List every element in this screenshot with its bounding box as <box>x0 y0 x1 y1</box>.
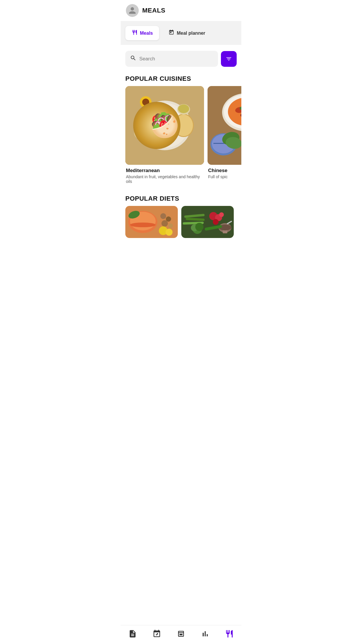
diet-image-2 <box>181 206 234 238</box>
main-content: POPULAR CUISINES <box>121 45 241 267</box>
svg-point-60 <box>213 219 219 225</box>
svg-point-18 <box>139 119 144 123</box>
search-input[interactable] <box>139 56 213 62</box>
tab-meals-label: Meals <box>140 31 153 36</box>
cuisine-name-chinese: Chinese <box>208 168 241 174</box>
search-bar <box>125 51 218 67</box>
cuisine-list: Mediterranean Abundant in fruit, vegetab… <box>121 86 241 190</box>
tab-meals[interactable]: Meals <box>125 26 159 40</box>
tab-meal-planner[interactable]: Meal planner <box>162 26 212 40</box>
svg-point-52 <box>166 229 173 236</box>
svg-point-7 <box>157 111 164 117</box>
svg-point-15 <box>178 104 189 113</box>
svg-point-12 <box>134 125 152 140</box>
diet-card-2[interactable] <box>181 206 234 238</box>
svg-point-22 <box>170 129 175 134</box>
user-icon <box>128 6 136 15</box>
svg-rect-4 <box>156 108 164 144</box>
svg-point-13 <box>135 126 150 138</box>
filter-icon <box>226 56 232 62</box>
svg-point-46 <box>130 223 156 227</box>
mediterranean-food-visual <box>125 86 204 165</box>
svg-rect-3 <box>150 110 161 144</box>
svg-point-20 <box>143 122 146 126</box>
diet-image-1 <box>125 206 178 238</box>
diet-card-1[interactable] <box>125 206 178 238</box>
search-icon <box>130 55 136 63</box>
popular-diets-title: POPULAR DIETS <box>121 190 241 206</box>
cuisine-name-mediterranean: Mediterranean <box>125 168 204 174</box>
svg-point-49 <box>161 220 168 227</box>
svg-point-50 <box>168 223 173 228</box>
svg-point-47 <box>160 213 166 219</box>
svg-rect-5 <box>162 109 167 144</box>
header: MEALS <box>121 0 241 21</box>
svg-point-61 <box>219 212 224 217</box>
diet-list <box>121 206 241 244</box>
svg-point-17 <box>142 99 149 106</box>
tab-bar: Meals Meal planner <box>121 21 241 45</box>
cuisine-image-mediterranean <box>125 86 204 165</box>
utensils-icon <box>132 29 138 37</box>
cuisine-desc-chinese: Full of spic <box>208 174 241 179</box>
popular-cuisines-title: POPULAR CUISINES <box>121 70 241 86</box>
calendar-icon <box>168 29 174 37</box>
cuisine-image-chinese <box>208 86 241 165</box>
mediterranean-svg <box>125 86 204 165</box>
svg-point-19 <box>136 123 141 128</box>
avatar <box>126 4 139 17</box>
chinese-food-visual <box>208 86 241 165</box>
svg-point-8 <box>156 117 164 122</box>
page-title: MEALS <box>142 7 166 14</box>
cuisine-card-chinese[interactable]: Chinese Full of spic <box>208 86 241 184</box>
chinese-svg <box>208 86 241 165</box>
filter-button[interactable] <box>221 51 237 67</box>
tab-meal-planner-label: Meal planner <box>177 31 205 36</box>
search-section <box>121 45 241 70</box>
svg-point-9 <box>160 116 167 121</box>
cuisine-desc-mediterranean: Abundant in fruit, vegetables and health… <box>125 174 204 184</box>
svg-point-6 <box>153 112 161 118</box>
svg-point-11 <box>174 115 193 136</box>
svg-point-21 <box>166 127 172 132</box>
cuisine-card-mediterranean[interactable]: Mediterranean Abundant in fruit, vegetab… <box>125 86 204 184</box>
svg-point-68 <box>195 223 203 231</box>
